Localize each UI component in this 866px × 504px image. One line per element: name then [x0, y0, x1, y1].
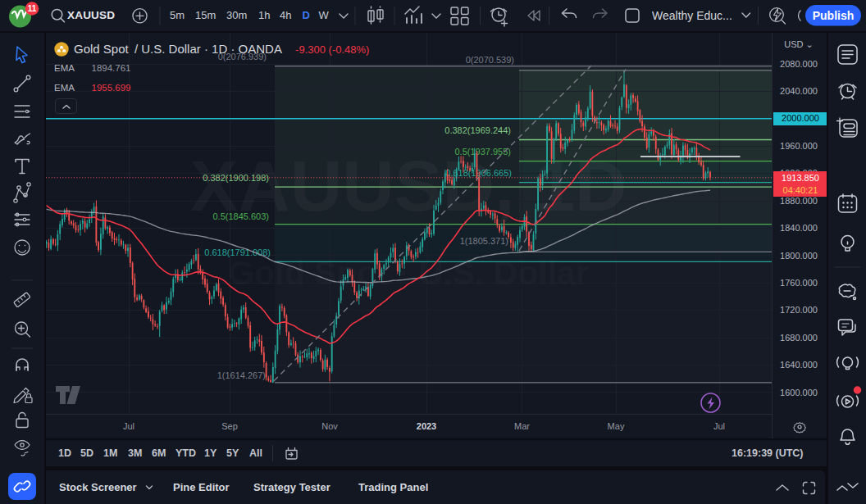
svg-text:0.618(1791.008): 0.618(1791.008): [204, 247, 271, 257]
svg-text:0.382(1969.244): 0.382(1969.244): [444, 125, 511, 135]
svg-text:0.618(1906.665): 0.618(1906.665): [445, 168, 512, 178]
svg-text:1(1614.267): 1(1614.267): [217, 370, 266, 380]
svg-text:0(2070.539): 0(2070.539): [466, 55, 514, 65]
svg-text:1(1805.371): 1(1805.371): [460, 236, 508, 246]
svg-text:11: 11: [28, 4, 37, 13]
svg-text:0.5(1845.603): 0.5(1845.603): [213, 211, 270, 221]
svg-text:Gold Spot · U.S. Dollar: Gold Spot · U.S. Dollar: [228, 254, 589, 292]
svg-text:0.5(1937.955): 0.5(1937.955): [455, 147, 512, 157]
svg-text:Publish: Publish: [813, 9, 855, 22]
